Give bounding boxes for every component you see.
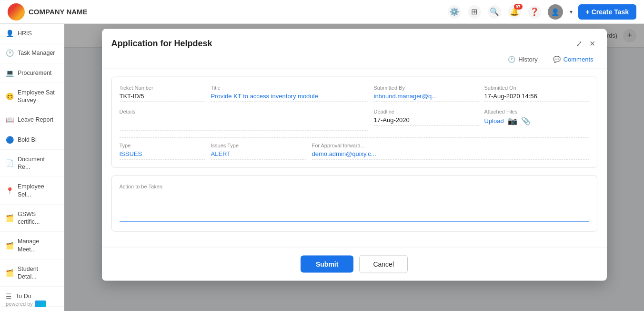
info-grid-top: Ticket Number TKT-ID/5 Title Provide KT … <box>120 85 589 102</box>
sidebar-label-procurement: Procurement <box>18 69 52 77</box>
sidebar-item-hris[interactable]: 👤 HRIS <box>0 24 64 43</box>
hris-icon: 👤 <box>6 30 14 37</box>
sidebar-item-task-manager[interactable]: 🕐 Task Manager <box>0 43 64 63</box>
details-label: Details <box>120 109 368 114</box>
company-logo <box>8 3 25 21</box>
sidebar: 👤 HRIS 🕐 Task Manager 💻 Procurement 😊 Em… <box>0 24 64 311</box>
procurement-icon: 💻 <box>6 69 14 77</box>
sidebar-label-manage-meet: Manage Meet... <box>18 238 58 253</box>
sidebar-label-task-manager: Task Manager <box>18 49 55 57</box>
submitted-on-value: 17-Aug-2020 14:56 <box>484 93 589 102</box>
action-textarea[interactable] <box>120 193 589 222</box>
leave-report-icon: 📖 <box>6 116 14 124</box>
avatar[interactable]: 👤 <box>548 4 563 20</box>
powered-logo <box>35 301 46 307</box>
helpdesk-dialog: Application for Helpdesk ⤢ × 🕐 History 💬… <box>102 29 607 281</box>
employee-sel-icon: 📍 <box>6 187 14 195</box>
dialog-title: Application for Helpdesk <box>111 38 212 48</box>
manage-meet-icon: 🗂️ <box>6 242 14 249</box>
navbar-icons: ⚙️ ⊞ 🔍 🔔 97 ❓ 👤 ▾ <box>448 4 573 20</box>
upload-link[interactable]: Upload <box>484 117 504 124</box>
sidebar-label-document-re: Document Re... <box>18 156 58 171</box>
sidebar-item-manage-meet[interactable]: 🗂️ Manage Meet... <box>0 232 64 259</box>
paperclip-icon[interactable]: 📎 <box>521 116 531 125</box>
title-label: Title <box>211 85 368 91</box>
title-value: Provide KT to access inventory module <box>211 93 368 102</box>
to-do-icon: ☰ <box>6 292 12 300</box>
info-divider <box>120 137 589 138</box>
deadline-value: 17-Aug-2020 <box>374 116 479 126</box>
sidebar-label-employee-sat-survey: Employee Sat Survey <box>18 89 58 104</box>
brand: COMPANY NAME <box>8 3 88 21</box>
sidebar-item-employee-sel[interactable]: 📍 Employee Sel... <box>0 177 64 205</box>
info-card: Ticket Number TKT-ID/5 Title Provide KT … <box>111 77 597 168</box>
expand-button[interactable]: ⤢ <box>574 37 584 50</box>
help-icon[interactable]: ❓ <box>528 5 541 19</box>
bold-bi-icon: 🔵 <box>6 136 14 144</box>
for-approval-value: demo.admin@quixy.c... <box>312 150 589 160</box>
history-button[interactable]: 🕐 History <box>504 54 541 65</box>
attached-files-label: Attached Files <box>484 109 589 114</box>
gsws-icon: 🗂️ <box>6 214 14 222</box>
issues-type-field: Issues Type ALERT <box>211 143 306 160</box>
cancel-button[interactable]: Cancel <box>359 255 408 273</box>
settings-icon[interactable]: ⚙️ <box>448 5 461 19</box>
submitted-by-label: Submitted By <box>374 85 479 91</box>
apps-icon[interactable]: ⊞ <box>468 5 481 19</box>
issues-type-label: Issues Type <box>211 143 306 148</box>
sidebar-item-document-re[interactable]: 📄 Document Re... <box>0 150 64 177</box>
details-field: Details <box>120 109 368 131</box>
sidebar-item-employee-sat-survey[interactable]: 😊 Employee Sat Survey <box>0 83 64 111</box>
sidebar-item-leave-report[interactable]: 📖 Leave Report <box>0 110 64 130</box>
ticket-number-field: Ticket Number TKT-ID/5 <box>120 85 205 102</box>
sidebar-item-bold-bi[interactable]: 🔵 Bold BI <box>0 130 64 150</box>
sidebar-item-student-detai[interactable]: 🗂️ Student Detai... <box>0 259 64 287</box>
for-approval-field: For Approval forward... demo.admin@quixy… <box>312 143 589 160</box>
type-value: ISSUES <box>120 150 205 160</box>
sidebar-label-gsws: GSWS certific... <box>18 210 58 226</box>
sidebar-item-procurement[interactable]: 💻 Procurement <box>0 63 64 83</box>
dialog-body: Ticket Number TKT-ID/5 Title Provide KT … <box>102 69 607 247</box>
employee-sat-survey-icon: 😊 <box>6 93 14 100</box>
sidebar-label-bold-bi: Bold BI <box>18 136 37 144</box>
deadline-field: Deadline 17-Aug-2020 <box>374 109 479 131</box>
title-field: Title Provide KT to access inventory mod… <box>211 85 368 102</box>
submitted-by-field: Submitted By inbound.manager@q... <box>374 85 479 102</box>
camera-icon[interactable]: 📷 <box>508 116 517 125</box>
search-icon[interactable]: 🔍 <box>488 5 501 19</box>
attached-files-field: Attached Files Upload 📷 📎 <box>484 109 589 131</box>
submitted-on-label: Submitted On <box>484 85 589 91</box>
history-icon: 🕐 <box>508 56 515 63</box>
action-card: Action to be Taken <box>111 176 597 232</box>
for-approval-label: For Approval forward... <box>312 143 589 148</box>
create-task-button[interactable]: + Create Task <box>578 4 636 20</box>
ticket-number-value: TKT-ID/5 <box>120 93 205 102</box>
type-field: Type ISSUES <box>120 143 205 160</box>
type-label: Type <box>120 143 205 148</box>
dialog-subheader: 🕐 History 💬 Comments <box>102 50 607 69</box>
notification-icon[interactable]: 🔔 97 <box>508 5 521 19</box>
document-re-icon: 📄 <box>6 159 14 167</box>
dialog-header-actions: ⤢ × <box>574 37 597 50</box>
avatar-dropdown-arrow[interactable]: ▾ <box>570 9 573 15</box>
company-name: COMPANY NAME <box>29 8 88 16</box>
close-button[interactable]: × <box>588 37 597 50</box>
dialog-footer: Submit Cancel <box>102 247 607 281</box>
submitted-by-value: inbound.manager@q... <box>374 93 479 102</box>
sidebar-label-leave-report: Leave Report <box>18 116 53 124</box>
ticket-number-label: Ticket Number <box>120 85 205 91</box>
sidebar-label-hris: HRIS <box>18 30 32 37</box>
issues-type-value: ALERT <box>211 150 306 160</box>
deadline-label: Deadline <box>374 109 479 114</box>
dialog-header: Application for Helpdesk ⤢ × <box>102 29 607 50</box>
comments-label: Comments <box>564 56 594 63</box>
comments-icon: 💬 <box>553 56 561 63</box>
submit-button[interactable]: Submit <box>301 256 353 273</box>
sidebar-label-to-do: To Do <box>16 292 31 300</box>
notification-badge: 97 <box>514 4 523 10</box>
comments-button[interactable]: 💬 Comments <box>549 54 597 65</box>
sidebar-item-gsws[interactable]: 🗂️ GSWS certific... <box>0 205 64 232</box>
info-grid-bottom: Type ISSUES Issues Type ALERT For Approv… <box>120 143 589 160</box>
history-label: History <box>518 56 537 63</box>
attached-files-row: Upload 📷 📎 <box>484 116 589 125</box>
